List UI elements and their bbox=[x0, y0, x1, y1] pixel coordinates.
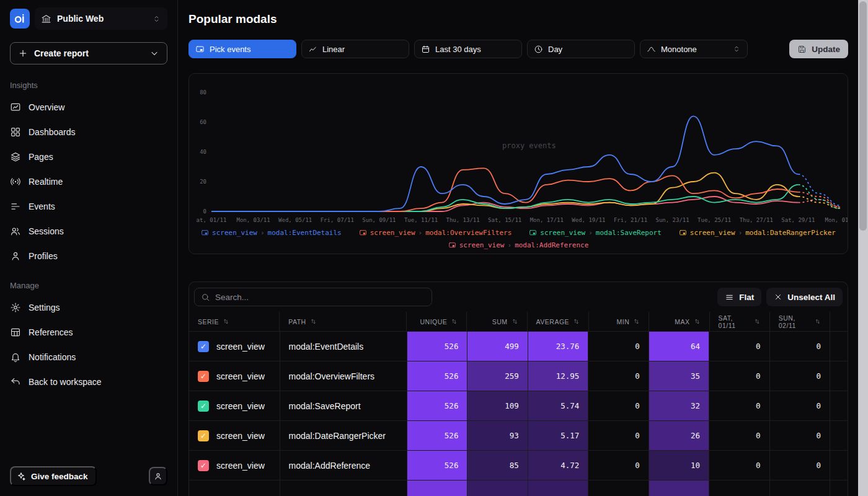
sidebar-item-label: Settings bbox=[29, 303, 60, 312]
sort-icon bbox=[310, 318, 317, 325]
legend-item-modal-overviewfilters[interactable]: screen_view›modal:OverviewFilters bbox=[359, 229, 512, 237]
profile-button[interactable] bbox=[149, 467, 167, 485]
legend-item-modal-addreference[interactable]: screen_view›modal:AddReference bbox=[448, 241, 589, 249]
svg-text:60: 60 bbox=[200, 119, 206, 125]
sidebar-item-notifications[interactable]: Notifications bbox=[0, 345, 177, 370]
column-header-sun[interactable]: Sun, 02/11 bbox=[769, 312, 830, 331]
logo-icon bbox=[13, 12, 27, 25]
unselect-all-button[interactable]: Unselect All bbox=[766, 288, 843, 306]
page-title: Popular modals bbox=[188, 12, 848, 26]
svg-text:Sat, 29/11: Sat, 29/11 bbox=[781, 217, 815, 223]
sun-cell: 0 bbox=[769, 421, 830, 450]
scrollbar-thumb[interactable] bbox=[859, 1, 867, 231]
column-header-unique[interactable]: Unique bbox=[406, 312, 466, 331]
give-feedback-button[interactable]: Give feedback bbox=[10, 466, 97, 486]
bank-icon bbox=[41, 14, 51, 24]
unique-cell: 526 bbox=[407, 332, 467, 361]
sidebar-item-profiles[interactable]: Profiles bbox=[0, 244, 177, 268]
create-report-button[interactable]: Create report bbox=[10, 42, 167, 64]
sidebar-item-events[interactable]: Events bbox=[0, 194, 177, 219]
max-cell: 64 bbox=[649, 332, 709, 361]
sidebar-item-label: Events bbox=[29, 202, 55, 211]
column-header-sat[interactable]: Sat, 01/11 bbox=[709, 312, 769, 331]
sidebar-item-pages[interactable]: Pages bbox=[0, 144, 177, 169]
extra-cell bbox=[830, 391, 848, 420]
filter-monotone-button[interactable]: Monotone bbox=[640, 40, 748, 58]
sidebar: Public Web Create report InsightsOvervie… bbox=[0, 0, 178, 496]
search-input[interactable] bbox=[215, 293, 425, 302]
sidebar-item-sessions[interactable]: Sessions bbox=[0, 219, 177, 244]
sidebar-item-back-to-workspace[interactable]: Back to workspace bbox=[0, 370, 177, 394]
column-header-extra bbox=[830, 312, 848, 331]
path-cell bbox=[280, 480, 407, 496]
sort-icon bbox=[223, 318, 229, 325]
table-row: ✓screen_viewmodal:OverviewFilters5262591… bbox=[189, 361, 848, 391]
svg-text:Mon, 03/11: Mon, 03/11 bbox=[237, 217, 270, 223]
sidebar-item-realtime[interactable]: Realtime bbox=[0, 169, 177, 194]
extra-cell bbox=[830, 480, 848, 496]
app-logo[interactable] bbox=[10, 9, 30, 29]
legend-event: screen_view bbox=[459, 241, 505, 249]
chevron-down-icon bbox=[149, 48, 159, 58]
sidebar-item-overview[interactable]: Overview bbox=[0, 95, 177, 120]
row-checkbox[interactable]: ✓ bbox=[198, 430, 209, 441]
legend-path: modal:AddReference bbox=[515, 241, 588, 249]
svg-text:Wed, 19/11: Wed, 19/11 bbox=[572, 217, 605, 223]
sidebar-item-dashboards[interactable]: Dashboards bbox=[0, 120, 177, 144]
serie-name: screen_view bbox=[216, 342, 265, 352]
sidebar-item-settings[interactable]: Settings bbox=[0, 295, 177, 320]
filter-last-30-days-button[interactable]: Last 30 days bbox=[414, 40, 522, 58]
column-header-average[interactable]: Average bbox=[527, 312, 589, 331]
legend-event: screen_view bbox=[540, 229, 585, 237]
table-header-row: SeriePathUniqueSumAverageMinMaxSat, 01/1… bbox=[189, 312, 848, 332]
notifications-icon bbox=[10, 352, 21, 363]
table-toolbar: Flat Unselect All bbox=[189, 282, 848, 312]
legend-path: modal:DateRangerPicker bbox=[745, 229, 836, 237]
table-row: ✓screen_viewmodal:AddReference526854.720… bbox=[189, 451, 848, 480]
sat-cell: 0 bbox=[709, 391, 769, 420]
serie-name: screen_view bbox=[216, 461, 265, 471]
row-checkbox[interactable]: ✓ bbox=[198, 460, 209, 471]
unselect-all-label: Unselect All bbox=[787, 293, 835, 302]
sat-cell: 0 bbox=[709, 332, 769, 361]
column-header-min[interactable]: Min bbox=[588, 312, 649, 331]
sidebar-item-references[interactable]: References bbox=[0, 320, 177, 345]
extra-cell bbox=[830, 361, 848, 391]
column-header-serie[interactable]: Serie bbox=[189, 312, 279, 331]
update-button[interactable]: Update bbox=[789, 40, 848, 58]
column-header-max[interactable]: Max bbox=[649, 312, 709, 331]
x-icon bbox=[774, 293, 782, 301]
row-checkbox[interactable]: ✓ bbox=[198, 401, 209, 412]
sort-icon bbox=[694, 318, 701, 325]
chart-legend: screen_view›modal:EventDetailsscreen_vie… bbox=[190, 229, 846, 249]
row-checkbox[interactable]: ✓ bbox=[198, 341, 209, 352]
legend-event: screen_view bbox=[370, 229, 415, 237]
legend-item-modal-daterangerpicker[interactable]: screen_view›modal:DateRangerPicker bbox=[679, 229, 836, 237]
path-cell: modal:OverviewFilters bbox=[280, 361, 407, 391]
sort-icon bbox=[754, 318, 760, 325]
filter-linear-button[interactable]: Linear bbox=[301, 40, 409, 58]
flat-button[interactable]: Flat bbox=[717, 288, 761, 306]
line-chart[interactable]: 020406080at, 01/11Mon, 03/11Wed, 05/11Fr… bbox=[190, 79, 846, 228]
legend-item-modal-eventdetails[interactable]: screen_view›modal:EventDetails bbox=[201, 229, 342, 237]
filter-day-button[interactable]: Day bbox=[527, 40, 635, 58]
legend-path: modal:SaveReport bbox=[596, 229, 662, 237]
svg-text:at, 01/11: at, 01/11 bbox=[197, 217, 227, 223]
column-header-path[interactable]: Path bbox=[279, 312, 406, 331]
sum-cell bbox=[467, 480, 527, 496]
min-cell: 0 bbox=[588, 361, 648, 391]
list-icon bbox=[725, 293, 734, 302]
filter-pick-events-button[interactable]: Pick events bbox=[188, 40, 296, 58]
row-checkbox[interactable]: ✓ bbox=[198, 371, 209, 382]
svg-text:Thu, 13/11: Thu, 13/11 bbox=[446, 217, 480, 223]
legend-path: modal:OverviewFilters bbox=[425, 229, 512, 237]
workspace-selector[interactable]: Public Web bbox=[35, 7, 167, 30]
vertical-scrollbar[interactable] bbox=[858, 0, 868, 496]
svg-text:80: 80 bbox=[200, 89, 206, 95]
column-header-sum[interactable]: Sum bbox=[466, 312, 526, 331]
section-title-manage: Manage bbox=[0, 268, 177, 295]
min-cell: 0 bbox=[588, 391, 648, 420]
legend-item-modal-savereport[interactable]: screen_view›modal:SaveReport bbox=[529, 229, 661, 237]
min-cell: 0 bbox=[588, 332, 648, 361]
sidebar-item-label: Sessions bbox=[29, 226, 64, 236]
